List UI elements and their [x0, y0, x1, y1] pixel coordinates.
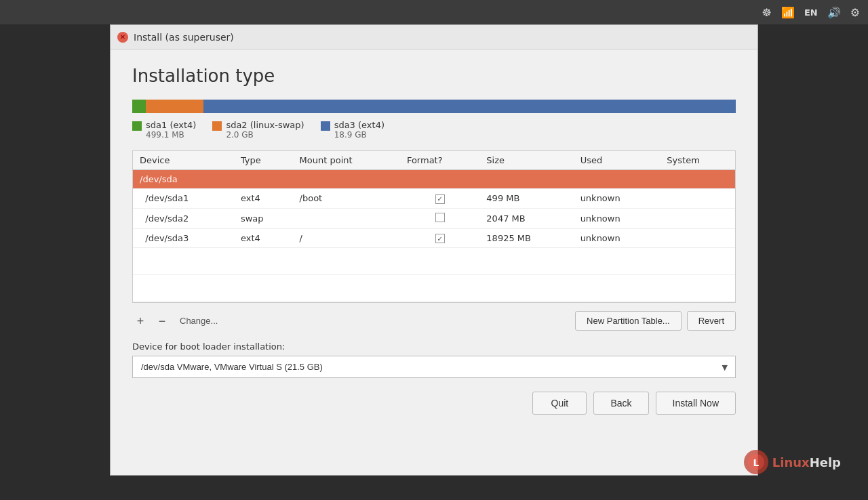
table-row[interactable]: /dev/sda1 ext4 /boot ✓ 499 MB unknown: [133, 189, 735, 209]
partition-table-wrapper: Device Type Mount point Format? Size Use…: [132, 150, 736, 303]
size-cell: 18925 MB: [479, 228, 573, 248]
size-cell: [479, 170, 573, 189]
sda2-size: 2.0 GB: [226, 130, 304, 140]
add-partition-button[interactable]: +: [132, 313, 149, 329]
col-format: Format?: [400, 151, 479, 170]
watermark-text: LinuxHelp: [772, 455, 841, 470]
sda1-label: sda1 (ext4): [146, 120, 196, 130]
table-row-empty: [133, 248, 735, 275]
format-checkbox-sda2[interactable]: [435, 213, 445, 222]
sda2-bar: [146, 100, 203, 113]
table-row[interactable]: /dev/sda2 swap 2047 MB unknown: [133, 208, 735, 228]
device-cell: /dev/sda1: [133, 189, 234, 209]
used-cell: [574, 170, 660, 189]
sda3-bar: [203, 100, 736, 113]
col-device: Device: [133, 151, 234, 170]
sda3-color: [321, 121, 330, 131]
quit-button[interactable]: Quit: [532, 392, 587, 415]
partition-controls: + − Change... New Partition Table... Rev…: [132, 311, 736, 331]
watermark: L LinuxHelp: [743, 449, 841, 476]
type-cell: ext4: [234, 228, 293, 248]
remove-partition-button[interactable]: −: [154, 313, 170, 329]
mount-cell: /boot: [293, 189, 400, 209]
change-partition-button[interactable]: Change...: [176, 314, 222, 327]
type-cell: ext4: [234, 189, 293, 209]
mount-cell: [293, 170, 400, 189]
device-cell: /dev/sda2: [133, 208, 234, 228]
installer-window: ✕ Install (as superuser) Installation ty…: [110, 24, 758, 476]
table-row[interactable]: /dev/sda: [133, 170, 735, 189]
legend-sda3: sda3 (ext4) 18.9 GB: [321, 120, 384, 140]
volume-icon[interactable]: 🔊: [827, 6, 841, 19]
legend-sda1: sda1 (ext4) 499.1 MB: [132, 120, 196, 140]
wifi-icon[interactable]: 📶: [781, 6, 795, 19]
legend-sda2: sda2 (linux-swap) 2.0 GB: [212, 120, 304, 140]
col-used: Used: [574, 151, 660, 170]
system-cell: [660, 228, 735, 248]
system-bar: ☸ 📶 EN 🔊 ⚙: [0, 0, 868, 24]
sda3-size: 18.9 GB: [334, 130, 384, 140]
watermark-linux: Linux: [772, 455, 810, 470]
format-cell[interactable]: ✓: [400, 189, 479, 209]
title-bar: ✕ Install (as superuser): [111, 25, 757, 49]
format-cell[interactable]: ✓: [400, 228, 479, 248]
system-cell: [660, 208, 735, 228]
used-cell: unknown: [574, 228, 660, 248]
close-button[interactable]: ✕: [117, 32, 128, 43]
mount-cell: /: [293, 228, 400, 248]
partition-legend: sda1 (ext4) 499.1 MB sda2 (linux-swap) 2…: [132, 120, 736, 140]
accessibility-icon[interactable]: ☸: [762, 6, 772, 19]
back-button[interactable]: Back: [593, 392, 648, 415]
new-partition-table-button[interactable]: New Partition Table...: [575, 311, 682, 331]
sda2-color: [212, 121, 222, 131]
svg-text:L: L: [753, 457, 759, 468]
bootloader-select-wrapper[interactable]: /dev/sda VMware, VMware Virtual S (21.5 …: [132, 356, 736, 378]
table-row-empty: [133, 275, 735, 302]
format-checkbox-sda3[interactable]: ✓: [435, 234, 445, 243]
sda1-bar: [132, 100, 146, 113]
system-cell: [660, 189, 735, 209]
sda1-color: [132, 121, 142, 131]
table-header-row: Device Type Mount point Format? Size Use…: [133, 151, 735, 170]
nav-buttons: Quit Back Install Now: [132, 392, 736, 415]
language-indicator[interactable]: EN: [804, 7, 818, 18]
watermark-help: Help: [810, 455, 841, 470]
bootloader-label: Device for boot loader installation:: [132, 341, 736, 352]
type-cell: [234, 170, 293, 189]
size-cell: 499 MB: [479, 189, 573, 209]
bootloader-select[interactable]: /dev/sda VMware, VMware Virtual S (21.5 …: [132, 356, 736, 378]
type-cell: swap: [234, 208, 293, 228]
used-cell: unknown: [574, 208, 660, 228]
revert-button[interactable]: Revert: [687, 311, 736, 331]
used-cell: unknown: [574, 189, 660, 209]
size-cell: 2047 MB: [479, 208, 573, 228]
install-now-button[interactable]: Install Now: [656, 392, 736, 415]
settings-icon[interactable]: ⚙: [850, 6, 860, 19]
taskbar: [0, 476, 868, 500]
device-cell: /dev/sda3: [133, 228, 234, 248]
format-cell[interactable]: [400, 208, 479, 228]
system-cell: [660, 170, 735, 189]
window-title: Install (as superuser): [134, 32, 234, 43]
mount-cell: [293, 208, 400, 228]
content-area: Installation type sda1 (ext4) 499.1 MB s…: [111, 49, 757, 475]
col-mount: Mount point: [293, 151, 400, 170]
sda1-size: 499.1 MB: [146, 130, 196, 140]
sda2-label: sda2 (linux-swap): [226, 120, 304, 130]
col-system: System: [660, 151, 735, 170]
table-row[interactable]: /dev/sda3 ext4 / ✓ 18925 MB unknown: [133, 228, 735, 248]
col-size: Size: [479, 151, 573, 170]
col-type: Type: [234, 151, 293, 170]
format-cell: [400, 170, 479, 189]
partition-table: Device Type Mount point Format? Size Use…: [133, 151, 735, 302]
partition-bar: [132, 100, 736, 113]
page-title: Installation type: [132, 66, 736, 86]
format-checkbox-sda1[interactable]: ✓: [435, 194, 445, 204]
watermark-logo-icon: L: [743, 449, 770, 476]
sda3-label: sda3 (ext4): [334, 120, 384, 130]
device-cell: /dev/sda: [133, 170, 234, 189]
